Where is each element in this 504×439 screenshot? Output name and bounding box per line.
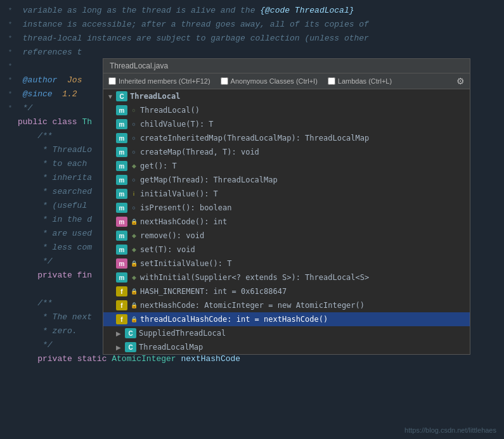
method-icon: m [116,217,127,227]
code-line: * references t [0,46,504,60]
access-private-icon: 🔒 [130,315,138,323]
item-text: withInitial(Supplier<? extends S>): Thre… [140,273,369,282]
anonymous-classes-input[interactable] [221,77,228,85]
group-header-text: ThreadLocal [130,92,180,101]
item-text: get(): T [140,162,177,170]
item-text: remove(): void [140,231,204,240]
list-item-get[interactable]: m ◆ get(): T [103,159,470,173]
access-protected-icon: i [130,190,138,198]
list-item-createmap[interactable]: m ○ createMap(Thread, T): void [103,145,470,159]
access-public-icon: ○ [130,106,138,114]
list-item-threadlocalhashcode[interactable]: f 🔒 threadLocalHashCode: int = nextHashC… [103,312,470,326]
class-icon: C [125,328,136,338]
access-private-icon: 🔒 [130,302,138,309]
settings-button[interactable]: ⚙ [456,76,465,86]
code-line: * instance is accessible; after a thread… [0,18,504,32]
list-item-getmap[interactable]: m ○ getMap(Thread): ThreadLocalMap [103,173,470,187]
item-text: createMap(Thread, T): void [140,148,259,156]
file-structure-popup: ThreadLocal.java Inherited members (Ctrl… [103,58,470,355]
method-icon: m [116,189,127,199]
item-text: ThreadLocal() [140,106,200,115]
method-icon: m [116,119,127,129]
popup-header: ThreadLocal.java [103,59,470,73]
item-text: nextHashCode(): int [140,217,227,226]
method-icon: m [116,133,127,143]
inherited-members-label: Inherited members (Ctrl+F12) [119,77,210,85]
item-text: getMap(Thread): ThreadLocalMap [140,175,278,184]
list-item-remove[interactable]: m ◆ remove(): void [103,229,470,243]
item-text: initialValue(): T [140,189,218,198]
access-pkg-icon: ○ [130,134,138,142]
method-icon: m [116,147,127,157]
expand-arrow-icon: ▶ [116,330,124,337]
method-icon: m [116,258,127,269]
method-icon: m [116,161,127,171]
method-icon: m [116,272,127,283]
method-icon: m [116,203,127,213]
class-icon: C [125,342,136,352]
list-item-nexthashcode-field[interactable]: f 🔒 nextHashCode: AtomicInteger = new At… [103,298,470,312]
group-header-threadlocal[interactable]: ▼ C ThreadLocal [103,89,470,103]
field-icon: f [116,286,127,296]
access-public-icon: ◆ [130,246,138,253]
access-private-icon: 🔒 [130,288,138,295]
anonymous-classes-label: Anonymous Classes (Ctrl+I) [231,77,318,85]
item-text: HASH_INCREMENT: int = 0x61c88647 [140,287,287,296]
list-item-setinitialvalue[interactable]: m 🔒 setInitialValue(): T [103,257,470,270]
list-item-childvalue[interactable]: m ○ childValue(T): T [103,117,470,131]
item-text: threadLocalHashCode: int = nextHashCode(… [140,315,328,324]
access-pkg-icon: ○ [130,204,138,212]
list-item-initialvalue[interactable]: m i initialValue(): T [103,187,470,201]
list-item-threadlocalmap[interactable]: ▶ C ThreadLocalMap [103,340,470,354]
access-private-icon: 🔒 [130,260,138,267]
method-icon: m [116,105,127,115]
field-icon: f [116,314,127,324]
access-public-icon: ◆ [130,274,138,281]
method-icon: m [116,175,127,185]
list-item-ispresent[interactable]: m ○ isPresent(): boolean [103,201,470,215]
list-item-withinitial[interactable]: m ◆ withInitial(Supplier<? extends S>): … [103,270,470,284]
list-item-createinheritedmap[interactable]: m ○ createInheritedMap(ThreadLocalMap): … [103,131,470,145]
list-item-suppliedthreadlocal[interactable]: ▶ C SuppliedThreadLocal [103,326,470,340]
code-line: * thread-local instances are subject to … [0,32,504,46]
popup-toolbar: Inherited members (Ctrl+F12) Anonymous C… [103,73,470,89]
list-item-nexthashcode-method[interactable]: m 🔒 nextHashCode(): int [103,215,470,229]
expand-arrow-icon: ▼ [107,93,115,100]
access-public-icon: ◆ [130,232,138,239]
item-text: ThreadLocalMap [139,343,203,352]
item-text: set(T): void [140,245,195,254]
popup-list[interactable]: ▼ C ThreadLocal m ○ ThreadLocal() m ○ ch… [103,89,470,354]
field-icon: f [116,300,127,310]
class-icon: C [116,91,127,101]
item-text: createInheritedMap(ThreadLocalMap): Thre… [140,134,369,143]
watermark: https://blog.csdn.net/littlehaes [404,426,496,434]
expand-arrow-icon: ▶ [116,344,124,351]
code-line: * variable as long as the thread is aliv… [0,4,504,18]
item-text: setInitialValue(): T [140,259,232,268]
item-text: nextHashCode: AtomicInteger = new Atomic… [140,301,365,310]
anonymous-classes-checkbox[interactable]: Anonymous Classes (Ctrl+I) [221,77,318,85]
access-public-icon: ◆ [130,162,138,170]
lambdas-label: Lambdas (Ctrl+L) [338,77,392,85]
lambdas-checkbox[interactable]: Lambdas (Ctrl+L) [328,77,392,85]
list-item-constructor[interactable]: m ○ ThreadLocal() [103,103,470,117]
popup-title: ThreadLocal.java [110,61,168,70]
lambdas-input[interactable] [328,77,335,85]
list-item-hash-increment[interactable]: f 🔒 HASH_INCREMENT: int = 0x61c88647 [103,284,470,298]
inherited-members-input[interactable] [108,77,116,85]
access-pkg-icon: ○ [130,176,138,184]
item-text: SuppliedThreadLocal [139,329,226,338]
item-text: childValue(T): T [140,120,214,129]
method-icon: m [116,231,127,241]
inherited-members-checkbox[interactable]: Inherited members (Ctrl+F12) [108,77,210,85]
access-pkg-icon: ○ [130,148,138,156]
access-pkg-icon: ○ [130,120,138,128]
item-text: isPresent(): boolean [140,203,232,212]
method-icon: m [116,245,127,255]
access-private-icon: 🔒 [130,218,138,226]
list-item-set[interactable]: m ◆ set(T): void [103,243,470,257]
